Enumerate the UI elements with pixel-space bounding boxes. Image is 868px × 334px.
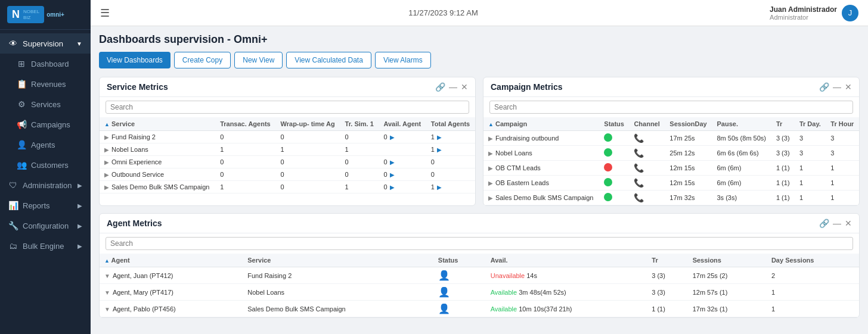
service-name: ▶Fund Raising 2 bbox=[100, 131, 215, 143]
agent-status: 👤 bbox=[433, 284, 486, 301]
service-metrics-actions: 🔗 — ✕ bbox=[435, 82, 468, 92]
view-alarms-button[interactable]: View Alarms bbox=[375, 52, 431, 68]
tr-day-val: 1 bbox=[795, 191, 826, 205]
top-bar-datetime: 11/27/2023 9:12 AM bbox=[117, 8, 770, 17]
campaign-metrics-title: Campaign Metrics bbox=[491, 82, 563, 92]
table-row: ▶Nobel Loans 1 1 1 1▶ bbox=[100, 143, 475, 156]
avail-value bbox=[379, 143, 426, 156]
service-metrics-search-input[interactable] bbox=[106, 101, 469, 114]
agent-day-sessions: 2 bbox=[767, 267, 859, 284]
col-total: Total Agents bbox=[426, 117, 475, 131]
user-details: Juan Administrador Administrator bbox=[770, 5, 837, 21]
sidebar-item-customers[interactable]: 👥 Customers bbox=[0, 155, 91, 175]
sidebar-label-services: Services bbox=[31, 100, 82, 109]
top-bar: ☰ 11/27/2023 9:12 AM Juan Administrador … bbox=[91, 0, 868, 26]
col-agent-service: Service bbox=[243, 254, 433, 267]
tr-day-val: 3 bbox=[795, 146, 826, 161]
tr-day-val: 1 bbox=[795, 176, 826, 191]
campaign-status bbox=[599, 146, 629, 161]
link-icon[interactable]: 🔗 bbox=[435, 82, 445, 92]
col-campaign: ▲ Campaign bbox=[483, 117, 599, 131]
tr-day-val: 1 bbox=[795, 161, 826, 176]
configuration-icon: 🔧 bbox=[8, 221, 18, 230]
expand-campaign[interactable]: ▶ bbox=[488, 195, 493, 201]
expand-campaign[interactable]: ▶ bbox=[488, 165, 493, 171]
total-value: 0 bbox=[426, 156, 475, 168]
table-row: ▼Agent, Juan (PT412) Fund Raising 2 👤 Un… bbox=[100, 267, 859, 284]
col-agent-avail: Avail. bbox=[486, 254, 647, 267]
expand-agent[interactable]: ▼ bbox=[104, 273, 110, 279]
agent-tr: 3 (3) bbox=[647, 267, 687, 284]
pause-val: 6m 6s (6m 6s) bbox=[712, 146, 771, 161]
view-calculated-data-button[interactable]: View Calculated Data bbox=[286, 52, 371, 68]
expand-campaign[interactable]: ▶ bbox=[488, 150, 493, 157]
expand-agent[interactable]: ▼ bbox=[104, 306, 110, 313]
agent-link-icon[interactable]: 🔗 bbox=[819, 218, 829, 228]
administration-arrow: ▶ bbox=[78, 182, 82, 189]
session-day: 17m 32s bbox=[665, 191, 712, 205]
hamburger-menu[interactable]: ☰ bbox=[100, 7, 110, 20]
sidebar-item-campaigns[interactable]: 📢 Campaigns bbox=[0, 114, 91, 135]
col-agent-sessions: Sessions bbox=[688, 254, 767, 267]
view-dashboards-button[interactable]: View Dashboards bbox=[99, 52, 170, 68]
expand-agent[interactable]: ▼ bbox=[104, 289, 110, 296]
expand-service[interactable]: ▶ bbox=[104, 171, 109, 178]
sidebar-item-supervision[interactable]: 👁 Supervision ▼ bbox=[0, 33, 91, 54]
tr-hour-val: 1 bbox=[826, 161, 859, 176]
agent-minimize-icon[interactable]: — bbox=[833, 218, 841, 228]
agent-service: Sales Demo Bulk SMS Campaign bbox=[243, 301, 433, 317]
campaign-name: ▶OB CTM Leads bbox=[483, 161, 599, 176]
sidebar-item-reports[interactable]: 📊 Reports ▶ bbox=[0, 195, 91, 216]
create-copy-button[interactable]: Create Copy bbox=[174, 52, 231, 68]
sidebar-item-bulk-engine[interactable]: 🗂 Bulk Engine ▶ bbox=[0, 236, 91, 256]
col-agent-tr: Tr bbox=[647, 254, 687, 267]
new-view-button[interactable]: New View bbox=[234, 52, 283, 68]
agent-close-icon[interactable]: ✕ bbox=[845, 218, 852, 228]
expand-service[interactable]: ▶ bbox=[104, 134, 109, 141]
user-role: Administrator bbox=[770, 14, 837, 21]
agent-status: 👤 bbox=[433, 267, 486, 284]
tr-val: 1 (1) bbox=[771, 191, 795, 205]
close-icon[interactable]: ✕ bbox=[461, 82, 468, 92]
col-agent-day-sessions: Day Sessions bbox=[767, 254, 859, 267]
campaign-name: ▶OB Eastern Leads bbox=[483, 176, 599, 191]
session-day: 12m 15s bbox=[665, 176, 712, 191]
expand-campaign[interactable]: ▶ bbox=[488, 180, 493, 186]
table-row: ▶Outbound Service 0 0 0 0▶ 0 bbox=[100, 168, 475, 181]
expand-campaign[interactable]: ▶ bbox=[488, 135, 493, 142]
campaign-metrics-search-input[interactable] bbox=[489, 101, 853, 114]
trsim-value: 0 bbox=[340, 168, 379, 181]
col-agent: ▲ Agent bbox=[100, 254, 243, 267]
minimize-icon[interactable]: — bbox=[449, 82, 457, 92]
tr-hour-val: 1 bbox=[826, 176, 859, 191]
campaign-close-icon[interactable]: ✕ bbox=[845, 82, 852, 92]
avatar: J bbox=[842, 5, 858, 21]
expand-service[interactable]: ▶ bbox=[104, 159, 109, 166]
sidebar-menu: 👁 Supervision ▼ ⊞ Dashboard 📋 Revenues ⚙… bbox=[0, 30, 91, 334]
logo-omni: omni+ bbox=[46, 11, 64, 18]
sidebar-item-revenues[interactable]: 📋 Revenues bbox=[0, 74, 91, 94]
service-metrics-title: Service Metrics bbox=[107, 82, 168, 92]
logo-box: N NOBELBIZ bbox=[7, 6, 44, 23]
supervision-icon: 👁 bbox=[8, 39, 18, 48]
expand-service[interactable]: ▶ bbox=[104, 184, 109, 191]
sidebar-item-services[interactable]: ⚙ Services bbox=[0, 94, 91, 114]
table-row: ▼Agent, Pablo (PT456) Sales Demo Bulk SM… bbox=[100, 301, 859, 317]
agent-metrics-search-input[interactable] bbox=[106, 237, 853, 250]
service-name: ▶Nobel Loans bbox=[100, 143, 215, 156]
sidebar-item-configuration[interactable]: 🔧 Configuration ▶ bbox=[0, 216, 91, 236]
pause-val: 6m (6m) bbox=[712, 161, 771, 176]
col-trday: Tr Day. bbox=[795, 117, 826, 131]
avail-value: 0▶ bbox=[379, 156, 426, 168]
expand-service[interactable]: ▶ bbox=[104, 146, 109, 153]
user-name: Juan Administrador bbox=[770, 5, 837, 14]
main-content: ☰ 11/27/2023 9:12 AM Juan Administrador … bbox=[91, 0, 868, 334]
campaigns-icon: 📢 bbox=[17, 120, 26, 129]
sidebar-item-dashboard[interactable]: ⊞ Dashboard bbox=[0, 54, 91, 74]
campaign-link-icon[interactable]: 🔗 bbox=[819, 82, 829, 92]
sidebar-item-agents[interactable]: 👤 Agents bbox=[0, 135, 91, 155]
sidebar-label-customers: Customers bbox=[31, 161, 82, 170]
metrics-panels-row: Service Metrics 🔗 — ✕ ▲ Service Transac.… bbox=[99, 77, 860, 206]
sidebar-item-administration[interactable]: 🛡 Administration ▶ bbox=[0, 175, 91, 195]
campaign-minimize-icon[interactable]: — bbox=[833, 82, 841, 92]
